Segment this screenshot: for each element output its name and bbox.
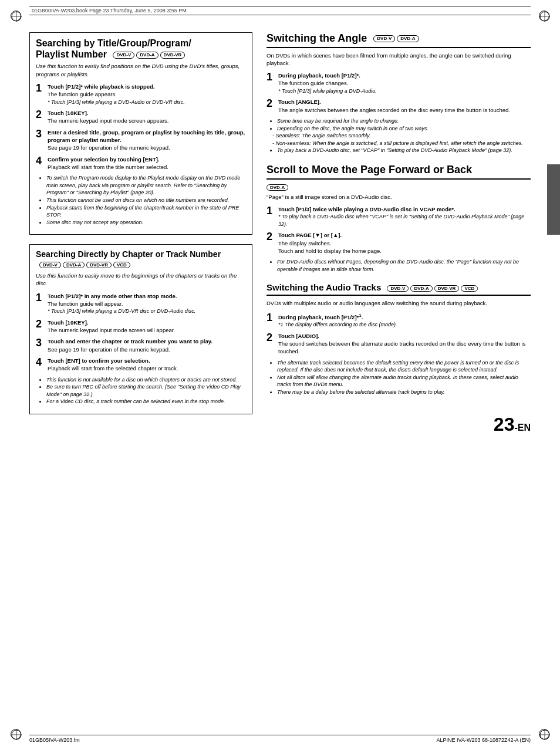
badge-dvd-a-scroll: DVD-A (266, 184, 288, 191)
section1-intro: Use this function to easily find positio… (36, 62, 246, 78)
section2-title: Searching Directly by Chapter or Track N… (36, 249, 246, 269)
angle-badges: DVD-V DVD-A (373, 35, 419, 42)
section-scroll-page: Scroll to Move the Page Forward or Back … (266, 164, 531, 273)
bullet-item: This function is not available for a dis… (46, 376, 246, 384)
bullet-item: To switch the Program mode display to th… (46, 174, 246, 197)
bullet-item: - Non-seamless: When the angle is switch… (272, 140, 531, 147)
bullet-item: Depending on the disc, the angle may swi… (277, 125, 531, 133)
badge-vcd-audio: VCD (461, 285, 478, 292)
bullet-item: Playback starts from the beginning of th… (46, 204, 246, 219)
angle-intro: On DVDs in which scenes have been filmed… (266, 52, 531, 67)
scroll-badge-row: DVD-A (266, 183, 531, 190)
bullet-item: For DVD-Audio discs without Pages, depen… (277, 258, 531, 273)
section-audio-tracks: Switching the Audio Tracks DVD-V DVD-A D… (266, 282, 531, 396)
scroll-step-2: 2 Touch PAGE [▼] or [▲]. The display swi… (266, 231, 531, 255)
badge-dvd-v-audio: DVD-V (387, 285, 409, 292)
angle-bullets: Some time may be required for the angle … (272, 117, 531, 154)
footer-left: 01GB05IVA-W203.fm (29, 737, 80, 743)
badge-vcd-2: VCD (113, 262, 130, 269)
bullet-item: There may be a delay before the selected… (277, 388, 531, 396)
step-2-2: 2 Touch [10KEY]. The numeric keypad inpu… (36, 319, 246, 335)
scroll-step-1: 1 Touch [P1/3] twice while playing a DVD… (266, 205, 531, 228)
badge-dvd-v-2: DVD-V (39, 262, 61, 269)
section2-badges: DVD-V DVD-A DVD-VR VCD (39, 262, 130, 269)
bullet-item: Some time may be required for the angle … (277, 117, 531, 125)
bullet-item: - Seamless: The angle switches smoothly. (272, 132, 531, 140)
main-content: Searching by Title/Group/Program/Playlis… (29, 32, 531, 721)
bullet-item: Be sure to turn PBC off before starting … (46, 383, 246, 398)
page-number-block: 23-EN (266, 414, 531, 435)
step-2-3: 3 Touch and enter the chapter or track n… (36, 337, 246, 353)
bullet-item: For a Video CD disc, a track number can … (46, 398, 246, 406)
scroll-title: Scroll to Move the Page Forward or Back (266, 164, 531, 180)
left-column: Searching by Title/Group/Program/Playlis… (29, 32, 252, 721)
footer-center: ALPINE IVA-W203 68-10872Z42-A (EN) (437, 737, 531, 743)
right-tab (547, 164, 560, 235)
badge-dvd-vr-audio: DVD-VR (434, 285, 460, 292)
page-number: 23 (494, 414, 515, 435)
bullet-item: Not all discs will allow changing the al… (277, 374, 531, 388)
angle-title: Switching the Angle DVD-V DVD-A (266, 32, 531, 48)
corner-mark-bl (11, 729, 21, 739)
badge-dvd-v-angle: DVD-V (373, 35, 395, 42)
section2-intro: Use this function to easily move to the … (36, 272, 246, 288)
corner-mark-tr (539, 11, 549, 21)
section1-badges: DVD-V DVD-A DVD-VR (113, 52, 185, 59)
badge-dvd-a-1: DVD-A (136, 52, 158, 59)
scroll-intro: "Page" is a still image stored on a DVD-… (266, 193, 531, 201)
audio-step-2: 2 Touch [AUDIO]. The sound switches betw… (266, 332, 531, 356)
angle-step-1: 1 During playback, touch [P1/2]*. The fu… (266, 72, 531, 94)
audio-title: Switching the Audio Tracks DVD-V DVD-A D… (266, 282, 531, 296)
page-footer: 01GB05IVA-W203.fm ALPINE IVA-W203 68-108… (29, 735, 531, 743)
header-text: 01GB00IVA-W203.book Page 23 Thursday, Ju… (32, 8, 187, 13)
step-2-4: 4 Touch [ENT] to confirm your selection.… (36, 357, 246, 373)
badge-dvd-v-1: DVD-V (113, 52, 134, 59)
badge-dvd-vr-2: DVD-VR (86, 262, 112, 269)
corner-mark-tl (11, 11, 21, 21)
section2-bullets: This function is not available for a dis… (42, 376, 246, 406)
page-suffix: -EN (514, 423, 531, 433)
badge-dvd-a-angle: DVD-A (397, 35, 419, 42)
audio-bullets: The alternate track selected becomes the… (272, 359, 531, 396)
angle-step-2: 2 Touch [ANGLE]. The angle switches betw… (266, 98, 531, 114)
step-1-1: 1 Touch [P1/2]* while playback is stoppe… (36, 83, 246, 106)
audio-badges: DVD-V DVD-A DVD-VR VCD (387, 285, 478, 292)
section1-title: Searching by Title/Group/Program/Playlis… (36, 38, 246, 60)
top-header: 01GB00IVA-W203.book Page 23 Thursday, Ju… (29, 6, 531, 15)
section-switching-angle: Switching the Angle DVD-V DVD-A On DVDs … (266, 32, 531, 154)
scroll-bullets: For DVD-Audio discs without Pages, depen… (272, 258, 531, 273)
bullet-item: Some disc may not accept any operation. (46, 219, 246, 227)
section-title-search: Searching by Title/Group/Program/Playlis… (29, 32, 252, 235)
step-1-3: 3 Enter a desired title, group, program … (36, 129, 246, 152)
audio-step-1: 1 During playback, touch [P1/2]*1. *1 Th… (266, 312, 531, 329)
bullet-item: This function cannot be used on discs on… (46, 197, 246, 204)
section-chapter-search: Searching Directly by Chapter or Track N… (29, 244, 252, 414)
bullet-item: The alternate track selected becomes the… (277, 359, 531, 374)
bullet-item: To play back a DVD-Audio disc, set "VCAP… (277, 147, 531, 154)
section1-bullets: To switch the Program mode display to th… (42, 174, 246, 226)
right-column: Switching the Angle DVD-V DVD-A On DVDs … (266, 32, 531, 721)
step-2-1: 1 Touch [P1/2]* in any mode other than s… (36, 292, 246, 315)
badge-dvd-vr-1: DVD-VR (160, 52, 185, 59)
badge-dvd-a-2: DVD-A (63, 262, 85, 269)
audio-intro: DVDs with multiplex audio or audio langu… (266, 299, 531, 307)
corner-mark-br (539, 729, 549, 739)
step-1-2: 2 Touch [10KEY]. The numeric keypad inpu… (36, 109, 246, 125)
step-1-4: 4 Confirm your selection by touching [EN… (36, 156, 246, 171)
badge-dvd-a-audio: DVD-A (410, 285, 432, 292)
